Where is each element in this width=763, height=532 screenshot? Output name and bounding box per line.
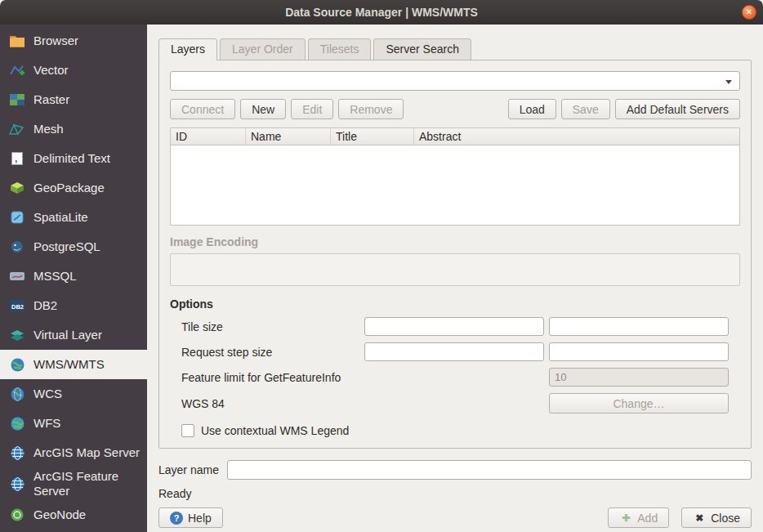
globe-icon bbox=[8, 477, 26, 491]
sidebar-item-label: Browser bbox=[33, 34, 78, 48]
add-button[interactable]: ✚ Add bbox=[608, 507, 669, 528]
layers-table-header: ID Name Title Abstract bbox=[171, 128, 739, 145]
tab-bar: Layers Layer Order Tilesets Server Searc… bbox=[147, 38, 763, 60]
vector-icon bbox=[8, 64, 26, 77]
help-button[interactable]: ? Help bbox=[158, 507, 223, 528]
layer-name-input[interactable] bbox=[227, 460, 752, 480]
column-header-abstract[interactable]: Abstract bbox=[414, 128, 739, 145]
image-encoding-group bbox=[170, 253, 740, 286]
column-header-name[interactable]: Name bbox=[246, 128, 331, 145]
image-encoding-label: Image Encoding bbox=[170, 235, 740, 248]
load-button[interactable]: Load bbox=[508, 99, 556, 119]
globe-icon bbox=[8, 358, 26, 372]
tab-tilesets[interactable]: Tilesets bbox=[308, 38, 372, 60]
tile-size-width-input[interactable] bbox=[364, 317, 544, 336]
sidebar-item-label: PostgreSQL bbox=[33, 239, 100, 254]
request-step-row: Request step size bbox=[170, 342, 740, 361]
postgresql-icon bbox=[8, 240, 26, 253]
column-header-id[interactable]: ID bbox=[171, 128, 246, 145]
layers-table[interactable]: ID Name Title Abstract bbox=[170, 127, 740, 226]
sidebar-item-arcgis-map-server[interactable]: ArcGIS Map Server bbox=[0, 438, 147, 467]
sidebar-item-virtual-layer[interactable]: Virtual Layer bbox=[0, 320, 147, 350]
db2-icon: DB2 bbox=[8, 300, 26, 311]
contextual-legend-label: Use contextual WMS Legend bbox=[201, 424, 349, 437]
tile-size-height-input[interactable] bbox=[549, 317, 729, 336]
sidebar-item-label: GeoNode bbox=[33, 507, 86, 522]
sidebar-item-mesh[interactable]: Mesh bbox=[0, 114, 147, 144]
window-close-icon[interactable]: ✕ bbox=[742, 5, 756, 20]
add-default-servers-button[interactable]: Add Default Servers bbox=[615, 99, 740, 119]
folder-icon bbox=[8, 34, 26, 47]
layer-name-label: Layer name bbox=[158, 463, 219, 476]
change-crs-button[interactable]: Change… bbox=[549, 393, 729, 414]
tab-layers[interactable]: Layers bbox=[158, 38, 217, 60]
tile-size-label: Tile size bbox=[170, 320, 364, 333]
plus-icon: ✚ bbox=[619, 512, 632, 525]
globe-icon bbox=[8, 417, 26, 431]
save-button[interactable]: Save bbox=[561, 99, 610, 119]
edit-button[interactable]: Edit bbox=[291, 99, 333, 119]
source-type-sidebar: Browser Vector Raster Mesh bbox=[0, 25, 147, 532]
contextual-legend-checkbox[interactable] bbox=[181, 424, 194, 437]
feature-limit-label: Feature limit for GetFeatureInfo bbox=[170, 371, 364, 384]
feature-limit-input[interactable] bbox=[549, 368, 729, 387]
svg-text:DB2: DB2 bbox=[11, 303, 24, 311]
sidebar-item-arcgis-feature-server[interactable]: ArcGIS Feature Server bbox=[0, 467, 147, 500]
sidebar-item-geonode[interactable]: GeoNode bbox=[0, 500, 147, 530]
sidebar-item-label: MSSQL bbox=[33, 269, 77, 284]
titlebar: Data Source Manager | WMS/WMTS ✕ bbox=[0, 0, 763, 25]
virtual-layer-icon bbox=[8, 329, 26, 342]
geopackage-icon bbox=[8, 181, 26, 194]
crs-row: WGS 84 Change… bbox=[170, 393, 740, 414]
raster-icon bbox=[8, 94, 26, 105]
sidebar-item-label: DB2 bbox=[33, 298, 57, 313]
sidebar-item-label: SpatiaLite bbox=[33, 210, 88, 225]
help-icon: ? bbox=[170, 512, 183, 525]
sidebar-item-db2[interactable]: DB2 DB2 bbox=[0, 291, 147, 320]
request-step-width-input[interactable] bbox=[364, 342, 544, 361]
layers-table-body[interactable] bbox=[171, 145, 739, 225]
sidebar-item-delimited-text[interactable]: , Delimited Text bbox=[0, 144, 147, 173]
feature-limit-row: Feature limit for GetFeatureInfo bbox=[170, 368, 740, 387]
sidebar-item-wcs[interactable]: WCS bbox=[0, 379, 147, 409]
sidebar-item-label: Delimited Text bbox=[33, 151, 110, 166]
tab-layer-order[interactable]: Layer Order bbox=[220, 38, 306, 60]
geonode-icon bbox=[8, 508, 26, 521]
sidebar-item-postgresql[interactable]: PostgreSQL bbox=[0, 232, 147, 262]
contextual-legend-row: Use contextual WMS Legend bbox=[170, 424, 740, 437]
sidebar-item-label: Vector bbox=[33, 63, 69, 78]
chevron-down-icon bbox=[725, 80, 732, 84]
sidebar-item-label: ArcGIS Map Server bbox=[33, 445, 140, 460]
close-button[interactable]: ✖ Close bbox=[681, 507, 752, 528]
crs-label: WGS 84 bbox=[170, 397, 364, 410]
layer-name-row: Layer name bbox=[158, 460, 752, 480]
connect-button[interactable]: Connect bbox=[170, 99, 235, 119]
spatialite-icon bbox=[8, 211, 26, 224]
delimited-text-icon: , bbox=[8, 152, 26, 165]
remove-button[interactable]: Remove bbox=[338, 99, 404, 119]
sidebar-item-geopackage[interactable]: GeoPackage bbox=[0, 173, 147, 203]
sidebar-item-wfs[interactable]: WFS bbox=[0, 409, 147, 438]
sidebar-item-browser[interactable]: Browser bbox=[0, 26, 147, 56]
sidebar-item-label: Raster bbox=[33, 92, 69, 107]
options-heading: Options bbox=[170, 297, 740, 311]
connection-toolbar: Connect New Edit Remove Load Save Add De… bbox=[170, 99, 740, 119]
tile-size-row: Tile size bbox=[170, 317, 740, 336]
sidebar-item-vector[interactable]: Vector bbox=[0, 56, 147, 85]
layers-tab-panel: Connect New Edit Remove Load Save Add De… bbox=[158, 60, 752, 449]
column-header-title[interactable]: Title bbox=[331, 128, 414, 145]
new-button[interactable]: New bbox=[240, 99, 286, 119]
sidebar-item-spatialite[interactable]: SpatiaLite bbox=[0, 203, 147, 232]
tab-server-search[interactable]: Server Search bbox=[373, 38, 471, 60]
svg-text:,: , bbox=[15, 153, 17, 164]
sidebar-item-wms-wmts[interactable]: WMS/WMTS bbox=[0, 350, 147, 379]
connection-select[interactable] bbox=[170, 71, 740, 91]
sidebar-item-label: Virtual Layer bbox=[33, 328, 102, 342]
globe-icon bbox=[8, 387, 26, 401]
sidebar-item-label: WMS/WMTS bbox=[33, 357, 105, 372]
request-step-height-input[interactable] bbox=[549, 342, 729, 361]
data-source-manager-window: Data Source Manager | WMS/WMTS ✕ Browser… bbox=[0, 0, 763, 532]
sidebar-item-raster[interactable]: Raster bbox=[0, 85, 147, 114]
globe-icon bbox=[8, 446, 26, 460]
sidebar-item-mssql[interactable]: MSSQL bbox=[0, 262, 147, 291]
